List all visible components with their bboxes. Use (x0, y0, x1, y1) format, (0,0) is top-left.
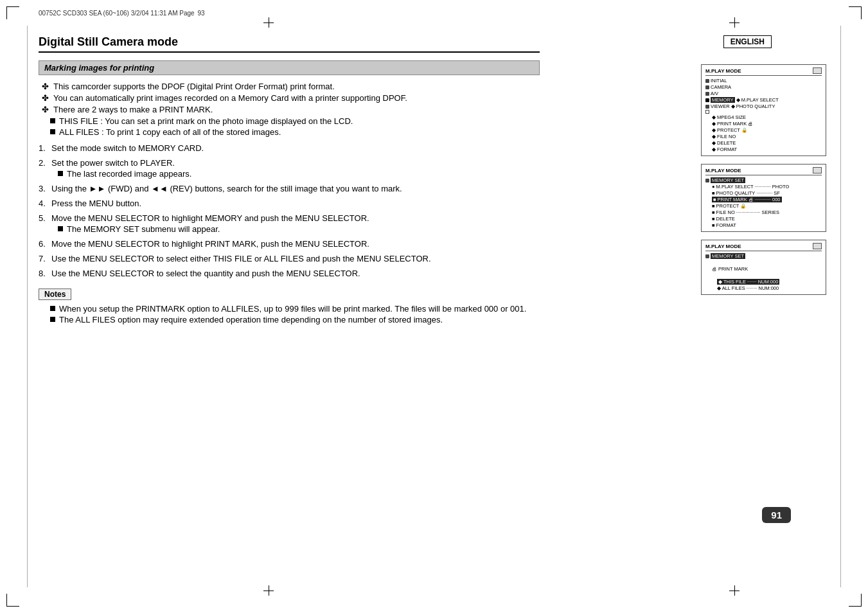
step-sub-5: The MEMORY SET submenu will appear. (58, 224, 540, 234)
step-content-6: Move the MENU SELECTOR to highlight PRIN… (51, 239, 540, 249)
d3-row-printmarkicon: 🖨 PRINT MARK (705, 266, 822, 272)
diagrams-container: M.PLAY MODE INITIAL CAMERA A/V MEMORY ◆ … (701, 64, 829, 295)
diagram-2-icon (813, 167, 822, 173)
d1-row-memory: MEMORY ◆ M.PLAY SELECT (705, 97, 822, 103)
note-text-1: When you setup the PRINTMARK option to A… (59, 304, 526, 314)
step-num-6: 6. (39, 239, 51, 249)
bullet-cross-3: ✤ (42, 105, 49, 114)
step-num-1: 1. (39, 143, 51, 153)
file-info-text: 00752C SCD303 SEA (60~106) 3/2/04 11:31 … (39, 10, 195, 17)
step-3: 3. Using the ►► (FWD) and ◄◄ (REV) butto… (39, 184, 540, 193)
english-badge: ENGLISH (723, 35, 772, 48)
d3-row-memoryset: MEMORY SET (705, 253, 822, 259)
diagram-2-header: M.PLAY MODE (705, 167, 822, 175)
page-ref: 93 (197, 10, 204, 17)
d3-row-thisfile: ◆ THIS FILE ······· NUM:000 (705, 279, 822, 285)
d1-row-viewer: VIEWER ◆ PHOTO QUALITY (705, 103, 822, 109)
step-content-4: Press the MENU button. (51, 199, 540, 208)
d1-row-initial: INITIAL (705, 78, 822, 84)
bullet-section: ✤ This camcorder supports the DPOF (Digi… (39, 82, 540, 137)
corner-br (849, 594, 862, 607)
diagram-1-icon (813, 67, 822, 74)
square-bullet-step2 (58, 171, 63, 176)
bullet-item-1: ✤ This camcorder supports the DPOF (Digi… (39, 82, 540, 91)
note-bullet-1 (50, 306, 55, 311)
step-num-4: 4. (39, 199, 51, 208)
note-2: The ALL FILES option may require extende… (50, 315, 540, 324)
diagram-1-header: M.PLAY MODE (705, 67, 822, 76)
d1-row-camera: CAMERA (705, 84, 822, 90)
bullet-text-2: You can automatically print images recor… (53, 93, 407, 103)
diagram-1-title: M.PLAY MODE (705, 68, 741, 74)
d1-row-delete: ◆ DELETE (705, 140, 822, 146)
notes-box: Notes (39, 289, 71, 300)
page-number-badge: 91 (762, 507, 791, 523)
step-1: 1. Set the mode switch to MEMORY CARD. (39, 143, 540, 153)
crosshair-top (263, 17, 274, 28)
square-bullet-step5 (58, 226, 63, 231)
right-border (840, 26, 841, 587)
square-bullet-1 (50, 118, 55, 123)
d1-row-printmark: ◆ PRINT MARK 🖨 (705, 121, 822, 127)
crosshair-bottom-right (729, 585, 740, 596)
note-1: When you setup the PRINTMARK option to A… (50, 304, 540, 314)
step-6: 6. Move the MENU SELECTOR to highlight P… (39, 239, 540, 249)
bullet-text-3: There are 2 ways to make a PRINT MARK. (53, 105, 213, 114)
diagram-3-header: M.PLAY MODE (705, 243, 822, 251)
d1-dot-av (705, 92, 709, 96)
d2-row-protect: ■ PROTECT 🔒 (705, 203, 822, 209)
step-content-3: Using the ►► (FWD) and ◄◄ (REV) buttons,… (51, 184, 540, 193)
page-title: Digital Still Camera mode (39, 35, 540, 53)
square-bullet-2 (50, 129, 55, 134)
d2-row-delete: ■ DELETE (705, 216, 822, 222)
d2-row-printmark: ■ PRINT MARK 🖨 ············ 000 (705, 197, 822, 202)
diagram-3: M.PLAY MODE MEMORY SET 🖨 PRINT MARK ◆ TH… (701, 240, 826, 295)
step-5: 5. Move the MENU SELECTOR to highlight M… (39, 213, 540, 234)
step-4: 4. Press the MENU button. (39, 199, 540, 208)
diagram-3-title: M.PLAY MODE (705, 244, 741, 249)
d2-row-mplayselect: ● M.PLAY SELECT ············ PHOTO (705, 184, 822, 190)
notes-section: Notes When you setup the PRINTMARK optio… (39, 289, 540, 324)
sub-bullet-text-1: THIS FILE : You can set a print mark on … (59, 116, 353, 126)
step-2: 2. Set the power switch to PLAYER. The l… (39, 158, 540, 179)
step-8: 8. Use the MENU SELECTOR to select the q… (39, 269, 540, 278)
crosshair-top-right (729, 17, 740, 28)
corner-tr (849, 6, 862, 19)
d2-row-photoquality: ■ PHOTO QUALITY ············ SF (705, 190, 822, 196)
d1-dot-camera (705, 85, 709, 89)
note-bullet-2 (50, 317, 55, 322)
crosshair-bottom (263, 585, 274, 596)
diagram-1: M.PLAY MODE INITIAL CAMERA A/V MEMORY ◆ … (701, 64, 826, 156)
step-num-8: 8. (39, 269, 51, 278)
diagram-2-title: M.PLAY MODE (705, 168, 741, 173)
step-content-5: Move the MENU SELECTOR to highlight MEMO… (51, 213, 540, 234)
d2-row-format: ■ FORMAT (705, 222, 822, 228)
bullet-cross-1: ✤ (42, 82, 49, 91)
d1-row-fileno: ◆ FILE NO (705, 134, 822, 139)
d3-row-empty (705, 260, 822, 265)
corner-bl (6, 594, 19, 607)
step-num-3: 3. (39, 184, 51, 193)
step-content-2: Set the power switch to PLAYER. The last… (51, 158, 540, 179)
d1-dot-initial (705, 79, 709, 83)
d1-row-format: ◆ FORMAT (705, 147, 822, 152)
step-content-1: Set the mode switch to MEMORY CARD. (51, 143, 540, 153)
step-content-8: Use the MENU SELECTOR to select the quan… (51, 269, 540, 278)
bullet-item-2: ✤ You can automatically print images rec… (39, 93, 540, 103)
notes-content: When you setup the PRINTMARK option to A… (39, 304, 540, 324)
d1-row-empty (705, 110, 822, 114)
d1-dot-viewer (705, 105, 709, 109)
sub-bullet-text-2: ALL FILES : To print 1 copy each of all … (59, 127, 281, 137)
step-7: 7. Use the MENU SELECTOR to select eithe… (39, 254, 540, 263)
d1-dot-memory (705, 98, 709, 102)
d3-row-empty2 (705, 272, 822, 278)
d1-dot-empty (705, 110, 709, 114)
diagram-2: M.PLAY MODE MEMORY SET ● M.PLAY SELECT ·… (701, 164, 826, 232)
step-content-7: Use the MENU SELECTOR to select either T… (51, 254, 540, 263)
corner-tl (6, 6, 19, 19)
step-num-7: 7. (39, 254, 51, 263)
d2-row-fileno: ■ FILE NO ·················· SERIES (705, 209, 822, 215)
bullet-text-1: This camcorder supports the DPOF (Digita… (53, 82, 335, 91)
diagram-3-icon (813, 243, 822, 249)
section-header: Marking images for printing (39, 60, 540, 75)
